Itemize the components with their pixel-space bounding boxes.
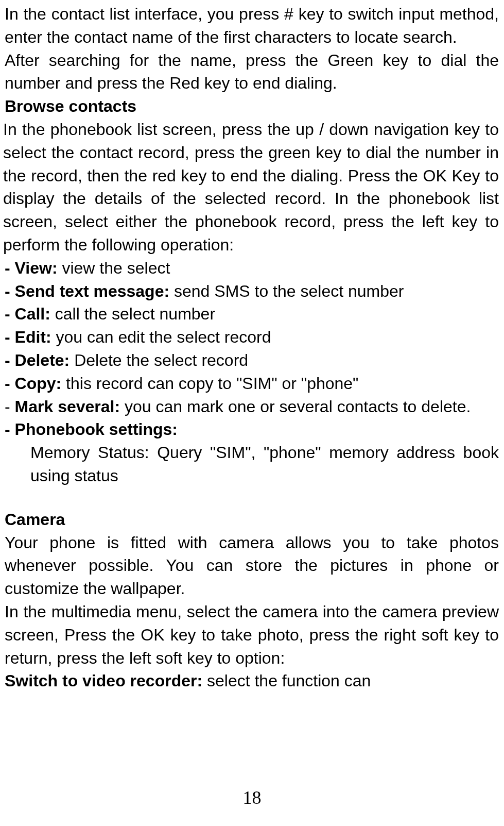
- paragraph-contact-search: In the contact list interface, you press…: [5, 3, 499, 49]
- list-item-view: - View: view the select: [5, 257, 499, 280]
- list-item-view-text: view the select: [62, 259, 170, 277]
- list-item-video-text: select the function can: [207, 671, 371, 690]
- list-item-delete-text: Delete the select record: [74, 351, 248, 369]
- list-item-phonebook-settings: - Phonebook settings:: [5, 418, 499, 441]
- memory-status-text: Memory Status: Query "SIM", "phone" memo…: [5, 441, 499, 487]
- list-item-mark-several: - Mark several: you can mark one or seve…: [5, 395, 499, 418]
- list-item-video-recorder: Switch to video recorder: select the fun…: [5, 669, 499, 693]
- list-item-mark-label: Mark several:: [15, 397, 125, 416]
- list-item-send-sms-label: - Send text message:: [5, 282, 174, 300]
- list-item-delete-label: - Delete:: [5, 351, 74, 369]
- list-item-edit-label: - Edit:: [5, 328, 56, 346]
- list-item-call: - Call: call the select number: [5, 302, 499, 326]
- list-item-call-text: call the select number: [55, 305, 215, 323]
- paragraph-camera-intro: Your phone is fitted with camera allows …: [5, 531, 499, 600]
- list-item-send-sms: - Send text message: send SMS to the sel…: [5, 280, 499, 303]
- list-item-video-label: Switch to video recorder:: [5, 671, 207, 690]
- heading-browse-contacts: Browse contacts: [5, 95, 499, 118]
- list-item-call-label: - Call:: [5, 305, 55, 323]
- list-item-mark-dash: -: [5, 397, 15, 416]
- list-item-copy-label: - Copy:: [5, 374, 66, 393]
- list-item-delete: - Delete: Delete the select record: [5, 349, 499, 372]
- page-number: 18: [0, 785, 504, 811]
- list-item-mark-text: you can mark one or several contacts to …: [125, 397, 471, 416]
- paragraph-dial: After searching for the name, press the …: [5, 49, 499, 95]
- paragraph-browse-contacts: In the phonebook list screen, press the …: [3, 118, 499, 257]
- heading-camera: Camera: [5, 508, 499, 531]
- list-item-edit-text: you can edit the select record: [56, 328, 271, 346]
- list-item-edit: - Edit: you can edit the select record: [5, 326, 499, 349]
- list-item-copy: - Copy: this record can copy to "SIM" or…: [5, 372, 499, 395]
- list-item-send-sms-text: send SMS to the select number: [174, 282, 404, 300]
- list-item-view-label: - View:: [5, 259, 62, 277]
- paragraph-camera-menu: In the multimedia menu, select the camer…: [5, 600, 499, 669]
- list-item-copy-text: this record can copy to "SIM" or "phone": [66, 374, 358, 393]
